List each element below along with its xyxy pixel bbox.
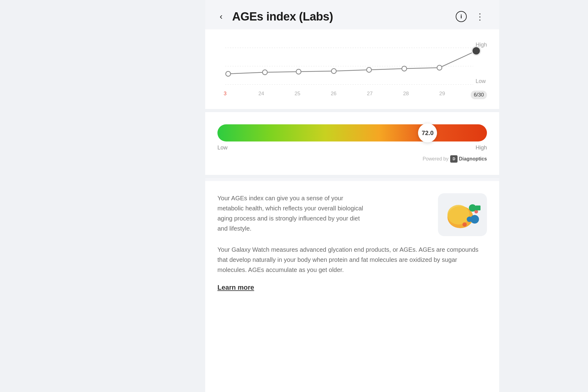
svg-point-16 bbox=[470, 215, 479, 224]
molecule-svg bbox=[443, 196, 482, 233]
svg-point-9 bbox=[437, 65, 442, 70]
svg-point-6 bbox=[331, 69, 336, 74]
svg-point-4 bbox=[262, 70, 267, 75]
date-label-6: 29 bbox=[435, 91, 450, 99]
gauge-high-label: High bbox=[476, 145, 487, 151]
info-main-text: Your AGEs index can give you a sense of … bbox=[217, 193, 364, 234]
date-label-0: 3 bbox=[217, 91, 233, 99]
date-label-5: 28 bbox=[398, 91, 414, 99]
date-label-7: 6/30 bbox=[471, 91, 487, 99]
info-icon: i bbox=[456, 11, 467, 22]
info-illustration bbox=[438, 193, 487, 236]
svg-point-17 bbox=[462, 222, 467, 227]
page-container: ‹ AGEs index (Labs) i ⋮ High Low bbox=[205, 0, 499, 392]
section-divider-1 bbox=[205, 109, 499, 112]
info-top: Your AGEs index can give you a sense of … bbox=[217, 193, 487, 236]
info-section: Your AGEs index can give you a sense of … bbox=[205, 181, 499, 392]
info-secondary-text: Your Galaxy Watch measures advanced glyc… bbox=[217, 245, 487, 275]
header-right: i ⋮ bbox=[454, 10, 487, 23]
back-button[interactable]: ‹ bbox=[215, 10, 227, 23]
date-label-4: 27 bbox=[362, 91, 378, 99]
date-labels: 3 24 25 26 27 28 29 6/30 bbox=[217, 88, 487, 99]
gauge-section: 72.0 Low High Powered by D Diagnoptics bbox=[205, 112, 499, 175]
gauge-bar-container: 72.0 bbox=[217, 124, 487, 141]
page-title: AGEs index (Labs) bbox=[232, 10, 333, 23]
gauge-value: 72.0 bbox=[422, 130, 434, 137]
back-arrow-icon: ‹ bbox=[220, 12, 222, 21]
gauge-low-label: Low bbox=[217, 145, 228, 151]
svg-point-3 bbox=[226, 71, 231, 76]
date-label-2: 25 bbox=[290, 91, 305, 99]
powered-by-text: Powered by bbox=[423, 156, 449, 162]
chart-svg bbox=[217, 39, 487, 88]
chart-section: High Low bbox=[205, 29, 499, 109]
more-button[interactable]: ⋮ bbox=[473, 10, 487, 23]
header-left: ‹ AGEs index (Labs) bbox=[215, 10, 333, 23]
powered-by-logo: D Diagnoptics bbox=[450, 155, 487, 163]
gauge-bar: 72.0 bbox=[217, 124, 487, 141]
powered-by: Powered by D Diagnoptics bbox=[217, 151, 487, 169]
svg-point-5 bbox=[296, 69, 301, 74]
svg-point-8 bbox=[402, 66, 407, 71]
chart-high-label: High bbox=[476, 42, 487, 48]
svg-rect-19 bbox=[476, 205, 481, 210]
svg-point-7 bbox=[367, 67, 371, 72]
learn-more-link[interactable]: Learn more bbox=[217, 284, 254, 292]
svg-point-13 bbox=[447, 205, 469, 224]
date-label-3: 26 bbox=[326, 91, 341, 99]
info-button[interactable]: i bbox=[454, 10, 468, 23]
diagnoptics-icon: D bbox=[450, 155, 458, 163]
chart-labels: High Low bbox=[476, 39, 487, 88]
gauge-indicator: 72.0 bbox=[418, 123, 437, 142]
header: ‹ AGEs index (Labs) i ⋮ bbox=[205, 0, 499, 29]
date-label-1: 24 bbox=[254, 91, 269, 99]
line-chart: High Low bbox=[217, 39, 487, 88]
more-dots-icon: ⋮ bbox=[476, 12, 485, 22]
chart-area: High Low bbox=[217, 39, 487, 100]
gauge-axis-labels: Low High bbox=[217, 145, 487, 151]
diagnoptics-name: Diagnoptics bbox=[459, 156, 487, 162]
section-divider-2 bbox=[205, 175, 499, 178]
chart-low-label: Low bbox=[476, 78, 487, 85]
